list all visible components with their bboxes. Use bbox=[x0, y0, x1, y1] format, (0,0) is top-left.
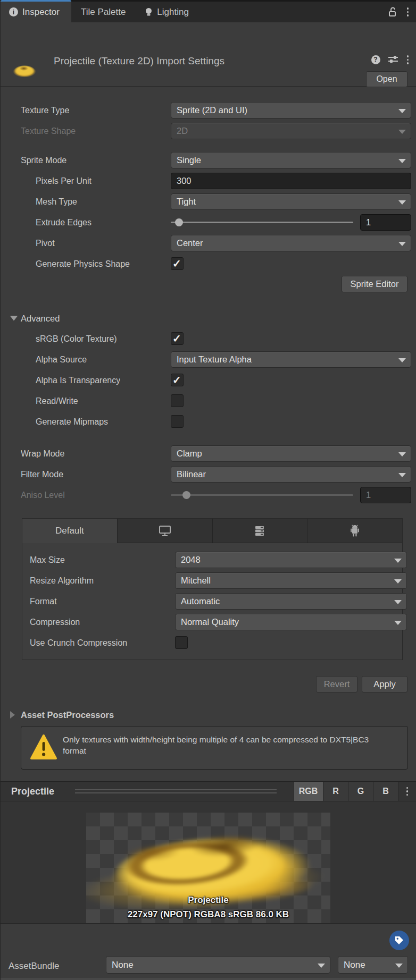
texture-type-dropdown[interactable]: Sprite (2D and UI) bbox=[171, 102, 411, 119]
server-icon bbox=[254, 525, 265, 537]
preview-drag-handle[interactable] bbox=[75, 789, 277, 796]
srgb-row: sRGB (Color Texture) bbox=[1, 328, 416, 349]
aniso-level-slider bbox=[171, 487, 353, 503]
tab-lighting-label: Lighting bbox=[157, 7, 189, 18]
mesh-type-label: Mesh Type bbox=[36, 197, 77, 207]
chevron-down-icon bbox=[398, 109, 406, 113]
sprite-mode-dropdown[interactable]: Single bbox=[171, 152, 411, 168]
warning-box: Only textures with width/height being mu… bbox=[21, 726, 408, 770]
resize-algorithm-row: Resize Algorithm Mitchell bbox=[22, 570, 402, 591]
max-size-dropdown[interactable]: 2048 bbox=[175, 552, 407, 568]
window-tab-bar: i Inspector Tile Palette Lighting bbox=[1, 0, 416, 22]
channel-g-button[interactable]: G bbox=[348, 782, 373, 801]
page-title: Projectile (Texture 2D) Import Settings bbox=[54, 55, 224, 67]
pixels-per-unit-input[interactable]: 300 bbox=[171, 173, 411, 189]
pixels-per-unit-row: Pixels Per Unit 300 bbox=[1, 171, 416, 191]
tab-lighting[interactable]: Lighting bbox=[135, 2, 198, 22]
preview-caption-meta: 227x97 (NPOT) RGBA8 sRGB 86.0 KB bbox=[1, 907, 416, 922]
preview-caption-name: Projectile bbox=[1, 893, 416, 907]
pivot-row: Pivot Center bbox=[1, 233, 416, 254]
presets-icon[interactable] bbox=[388, 55, 398, 64]
max-size-label: Max Size bbox=[30, 555, 65, 565]
advanced-label: Advanced bbox=[21, 313, 60, 323]
slider-knob bbox=[182, 491, 190, 499]
chevron-down-icon bbox=[394, 559, 402, 563]
asset-bundle-dropdown[interactable]: None bbox=[106, 956, 330, 974]
sprite-mode-label: Sprite Mode bbox=[21, 156, 66, 165]
tab-inspector-label: Inspector bbox=[22, 7, 60, 18]
channel-r-button[interactable]: R bbox=[323, 782, 348, 801]
filter-mode-dropdown[interactable]: Bilinear bbox=[171, 466, 411, 483]
platform-tab-dedicated-server[interactable] bbox=[213, 519, 308, 543]
resize-algorithm-dropdown[interactable]: Mitchell bbox=[175, 572, 407, 589]
tab-tile-palette[interactable]: Tile Palette bbox=[71, 2, 135, 22]
alpha-is-transparency-checkbox[interactable] bbox=[171, 374, 184, 386]
chevron-down-icon bbox=[394, 579, 402, 584]
platform-tab-strip: Default bbox=[22, 519, 402, 543]
asset-bundle-variant-dropdown[interactable]: None bbox=[338, 956, 408, 974]
apply-button[interactable]: Apply bbox=[362, 676, 407, 692]
chevron-down-icon bbox=[395, 964, 403, 968]
header-menu-kebab-icon[interactable] bbox=[406, 54, 410, 65]
open-button[interactable]: Open bbox=[366, 71, 407, 87]
channel-b-button[interactable]: B bbox=[373, 782, 398, 801]
asset-postprocessors-foldout[interactable]: Asset PostProcessors bbox=[1, 704, 416, 725]
asset-bundle-bar: AssetBundle None None bbox=[1, 923, 416, 980]
alpha-source-dropdown[interactable]: Input Texture Alpha bbox=[171, 351, 411, 368]
chevron-down-icon bbox=[318, 964, 325, 968]
use-crunch-label: Use Crunch Compression bbox=[30, 638, 127, 648]
extrude-edges-label: Extrude Edges bbox=[36, 218, 91, 227]
generate-physics-shape-label: Generate Physics Shape bbox=[36, 259, 130, 269]
generate-mipmaps-checkbox[interactable] bbox=[171, 415, 184, 428]
chevron-down-icon bbox=[398, 159, 406, 163]
foldout-open-icon bbox=[10, 316, 18, 320]
unlock-icon[interactable] bbox=[388, 7, 397, 17]
mesh-type-dropdown[interactable]: Tight bbox=[171, 193, 411, 210]
pivot-dropdown[interactable]: Center bbox=[171, 235, 411, 251]
settings-body: Texture Type Sprite (2D and UI) Texture … bbox=[1, 87, 416, 770]
asset-postprocessors-label: Asset PostProcessors bbox=[21, 709, 114, 720]
generate-mipmaps-label: Generate Mipmaps bbox=[36, 417, 108, 427]
panel-bottom-edge bbox=[1, 978, 416, 980]
tab-inspector[interactable]: i Inspector bbox=[1, 0, 71, 22]
extrude-edges-slider[interactable] bbox=[171, 214, 353, 231]
asset-labels-tag-icon[interactable] bbox=[389, 931, 409, 950]
read-write-checkbox[interactable] bbox=[171, 394, 184, 407]
pixels-per-unit-label: Pixels Per Unit bbox=[36, 176, 91, 186]
platform-settings-box: Default bbox=[22, 518, 403, 660]
tab-tile-palette-label: Tile Palette bbox=[81, 7, 126, 18]
slider-knob[interactable] bbox=[175, 218, 183, 226]
generate-physics-shape-row: Generate Physics Shape bbox=[1, 254, 416, 274]
format-row: Format Automatic bbox=[22, 591, 402, 612]
platform-tab-standalone[interactable] bbox=[118, 519, 213, 543]
use-crunch-checkbox[interactable] bbox=[175, 636, 188, 649]
sprite-editor-button[interactable]: Sprite Editor bbox=[342, 276, 407, 292]
generate-mipmaps-row: Generate Mipmaps bbox=[1, 411, 416, 432]
revert-button[interactable]: Revert bbox=[316, 676, 357, 692]
help-icon[interactable]: ? bbox=[371, 55, 380, 64]
warning-icon bbox=[30, 734, 57, 761]
srgb-checkbox[interactable] bbox=[171, 332, 184, 345]
preview-caption: Projectile 227x97 (NPOT) RGBA8 sRGB 86.0… bbox=[1, 893, 416, 922]
extrude-edges-value[interactable]: 1 bbox=[360, 214, 411, 231]
generate-physics-shape-checkbox[interactable] bbox=[171, 257, 184, 270]
alpha-is-transparency-row: Alpha Is Transparency bbox=[1, 370, 416, 391]
channel-rgb-button[interactable]: RGB bbox=[293, 782, 323, 801]
asset-thumbnail bbox=[8, 60, 41, 81]
use-crunch-row: Use Crunch Compression bbox=[22, 632, 402, 653]
format-dropdown[interactable]: Automatic bbox=[175, 593, 407, 610]
platform-tab-android[interactable] bbox=[307, 519, 402, 543]
inspector-panel: i Inspector Tile Palette Lighting Projec… bbox=[0, 0, 416, 980]
lightbulb-icon bbox=[145, 7, 153, 17]
preview-title: Projectile bbox=[11, 786, 54, 797]
tab-menu-kebab-icon[interactable] bbox=[406, 6, 410, 18]
advanced-foldout[interactable]: Advanced bbox=[1, 308, 416, 328]
wrap-mode-row: Wrap Mode Clamp bbox=[1, 443, 416, 464]
format-label: Format bbox=[30, 597, 57, 606]
preview-menu-kebab-icon[interactable] bbox=[398, 782, 416, 801]
platform-tab-default[interactable]: Default bbox=[22, 519, 118, 543]
wrap-mode-dropdown[interactable]: Clamp bbox=[171, 445, 411, 462]
wrap-mode-label: Wrap Mode bbox=[21, 449, 64, 459]
compression-dropdown[interactable]: Normal Quality bbox=[175, 614, 407, 630]
warning-text: Only textures with width/height being mu… bbox=[63, 734, 393, 756]
